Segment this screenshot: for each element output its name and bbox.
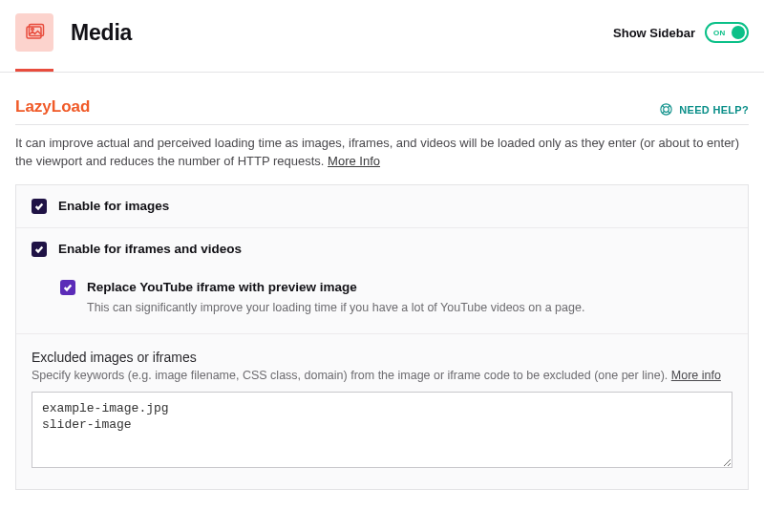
option-subtext: This can significantly improve your load… bbox=[87, 301, 732, 314]
svg-point-2 bbox=[32, 28, 33, 30]
option-youtube-preview: Replace YouTube iframe with preview imag… bbox=[16, 270, 748, 334]
option-enable-images: Enable for images bbox=[16, 185, 748, 228]
page-header: Media Show Sidebar ON bbox=[0, 0, 764, 69]
checkbox-enable-images[interactable] bbox=[32, 199, 47, 214]
excluded-block: Excluded images or iframes Specify keywo… bbox=[16, 334, 748, 489]
more-info-link[interactable]: More Info bbox=[328, 154, 380, 168]
excluded-description: Specify keywords (e.g. image filename, C… bbox=[32, 369, 732, 382]
option-row: Enable for images bbox=[32, 199, 732, 214]
checkbox-youtube-preview[interactable] bbox=[60, 280, 75, 295]
excluded-description-text: Specify keywords (e.g. image filename, C… bbox=[32, 369, 671, 382]
option-row: Replace YouTube iframe with preview imag… bbox=[32, 280, 732, 295]
excluded-title: Excluded images or iframes bbox=[32, 350, 732, 365]
lazyload-options-panel: Enable for images Enable for iframes and… bbox=[15, 184, 749, 490]
option-enable-iframes: Enable for iframes and videos bbox=[16, 228, 748, 270]
section-title: LazyLoad bbox=[15, 97, 90, 117]
help-icon bbox=[659, 102, 673, 117]
option-label: Enable for images bbox=[58, 199, 169, 213]
show-sidebar-label: Show Sidebar bbox=[613, 26, 695, 40]
need-help-link[interactable]: NEED HELP? bbox=[659, 102, 749, 117]
media-icon bbox=[23, 21, 46, 44]
check-icon bbox=[34, 202, 44, 211]
option-label: Replace YouTube iframe with preview imag… bbox=[87, 280, 357, 294]
section-description: It can improve actual and perceived load… bbox=[0, 125, 764, 184]
excluded-textarea[interactable] bbox=[32, 392, 732, 468]
header-right: Show Sidebar ON bbox=[613, 22, 749, 43]
option-row: Enable for iframes and videos bbox=[32, 242, 732, 257]
show-sidebar-toggle[interactable]: ON bbox=[705, 22, 749, 43]
page-title: Media bbox=[71, 20, 132, 46]
media-icon-tile bbox=[15, 13, 53, 52]
need-help-text: NEED HELP? bbox=[679, 104, 749, 116]
header-left: Media bbox=[15, 13, 132, 52]
option-label: Enable for iframes and videos bbox=[58, 242, 242, 256]
toggle-state-text: ON bbox=[713, 29, 726, 37]
checkbox-enable-iframes[interactable] bbox=[32, 242, 47, 257]
check-icon bbox=[63, 283, 73, 292]
excluded-more-info-link[interactable]: More info bbox=[671, 369, 721, 382]
toggle-knob bbox=[732, 26, 745, 39]
section-head: LazyLoad NEED HELP? bbox=[0, 73, 764, 124]
check-icon bbox=[34, 245, 44, 254]
